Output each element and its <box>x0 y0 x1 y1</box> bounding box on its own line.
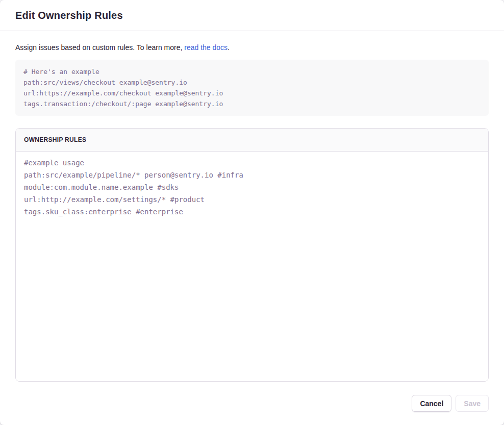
ownership-rules-panel: OWNERSHIP RULES #example usage path:src/… <box>15 128 489 382</box>
edit-ownership-rules-modal: Edit Ownership Rules Assign issues based… <box>0 0 504 425</box>
save-button[interactable]: Save <box>456 395 489 412</box>
ownership-rules-textarea[interactable]: #example usage path:src/example/pipeline… <box>16 152 488 381</box>
description-period: . <box>228 43 230 52</box>
example-code-block: # Here's an example path:src/views/check… <box>15 60 489 116</box>
modal-body: Assign issues based on custom rules. To … <box>0 31 504 412</box>
modal-header: Edit Ownership Rules <box>0 0 504 31</box>
ownership-rules-panel-header: OWNERSHIP RULES <box>16 129 488 152</box>
description-text: Assign issues based on custom rules. To … <box>15 43 184 52</box>
modal-footer: Cancel Save <box>15 395 489 412</box>
read-the-docs-link[interactable]: read the docs <box>184 43 228 52</box>
modal-title: Edit Ownership Rules <box>15 10 123 21</box>
ownership-rules-label: OWNERSHIP RULES <box>24 136 86 143</box>
description: Assign issues based on custom rules. To … <box>15 42 489 53</box>
cancel-button[interactable]: Cancel <box>412 395 451 412</box>
